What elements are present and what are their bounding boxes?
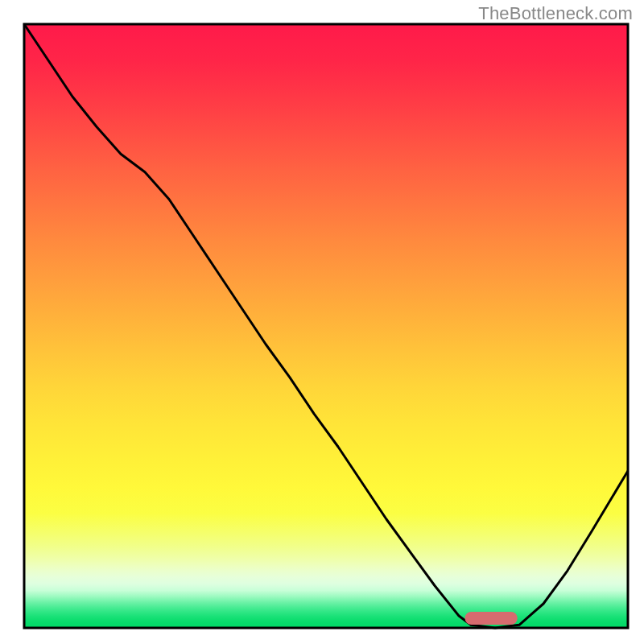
- chart-background-gradient: [24, 24, 628, 628]
- optimum-marker: [465, 612, 518, 625]
- chart-container: { "watermark": "TheBottleneck.com", "plo…: [0, 0, 644, 644]
- bottleneck-chart: [0, 0, 644, 644]
